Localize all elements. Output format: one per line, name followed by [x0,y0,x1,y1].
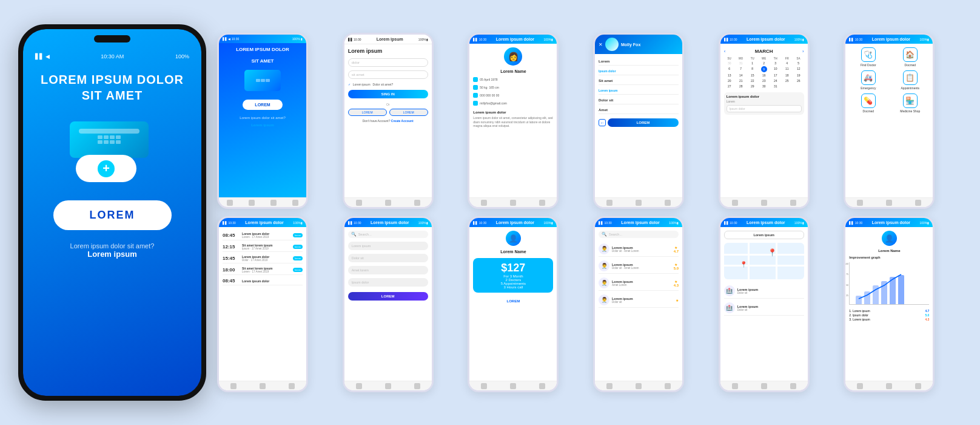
service-emergency[interactable]: 🚑 Emergency [849,70,887,90]
cal-day-8[interactable]: 8 [747,66,758,72]
ph2-input-sitamet[interactable]: sit amet [348,70,428,79]
big-phone-screen: ▋▋ ◀ 10:30 AM 100% LOREM IPSUM DOLOR SIT… [23,29,201,396]
cal-day-21[interactable]: 21 [736,78,747,83]
nav-dot [915,383,921,389]
ph3-email-icon [473,101,478,106]
place-info-2: Lorem ipsum Dolor sit [737,305,759,311]
cal-day-19[interactable]: 19 [793,73,804,78]
cal-day-12[interactable]: 12 [793,66,804,72]
cal-day-7[interactable]: 7 [736,66,747,72]
ph2-create-account-link[interactable]: Create Account [391,119,414,123]
doc-rating-1: 4.7 [674,250,679,253]
service-find-doctor[interactable]: 🩺 Find Doctor [849,47,887,67]
doc-info-2: Lorem ipsum Dolor sit · Amet Lorem [612,263,639,270]
nav-dot [761,383,767,389]
cal-day-4[interactable]: 4 [782,61,793,66]
cal-day-17[interactable]: 17 [770,73,781,78]
ph6-service-grid: 🩺 Find Doctor 🏠 Docmed 🚑 Emergency 📋 App… [849,47,929,113]
chat-item-6: Amet [599,106,679,114]
cal-day-1[interactable]: 1 [747,61,758,66]
doc-info-1: Lorem ipsum Dolor sit · Amet Lorem [612,246,639,253]
apt-sub-2: Ipsum · 17 Amet 2019 [242,247,290,250]
place-info-1: Lorem ipsum Dolor sit [737,288,759,294]
ph2-social-btn1[interactable]: LOREM [348,109,387,116]
apt-badge-4: lorem [293,268,303,272]
cal-day-28[interactable]: 28 [736,84,747,89]
cal-day-15[interactable]: 15 [747,73,758,78]
cal-day-20[interactable]: 20 [724,78,735,83]
cal-day-16[interactable]: 16 [759,73,770,78]
cal-day-25[interactable]: 25 [782,78,793,83]
chat-item-title-1: Lorem [599,59,679,63]
cal-day-3[interactable]: 3 [770,61,781,66]
cal-day-22[interactable]: 22 [747,78,758,83]
cal-day-18[interactable]: 18 [782,73,793,78]
ph1-lorem-button[interactable]: LOREM [243,100,282,110]
nav-dot [790,200,796,206]
service-medicine-shop[interactable]: 🏪 Medicine Shop [891,93,929,113]
ph3-battery: 100%▮ [544,38,554,41]
cal-day-23[interactable]: 23 [759,78,770,83]
ph11-body: Lorem ipsum 📍 📍 🏥 Lorem ipsum Dolor sit [720,227,808,381]
ph5-prev-btn[interactable]: ‹ [724,49,726,54]
cal-day-27[interactable]: 27 [724,84,735,89]
footer-link[interactable]: Lorem ipsum [70,250,155,259]
ph9-lorem-button[interactable]: LOREM [473,297,553,305]
cal-day-6[interactable]: 6 [724,66,735,72]
cal-day-30-prev[interactable]: 30 [724,61,735,66]
big-lorem-button[interactable]: LOREM [53,200,172,230]
nav-dot [385,200,391,206]
big-phone-footer: Lorem ipsum dolor sit amet? Lorem ipsum [70,242,155,259]
ph8-input-2[interactable]: Dolor sit [348,254,428,262]
service-appointments[interactable]: 📋 Appointments [891,70,929,90]
ph5-day-sa: SA [793,57,804,60]
status-signal: ▋▋ ◀ [35,53,50,59]
cal-day-9-today[interactable]: 9 [761,66,767,72]
ph2-signin-button[interactable]: SING IN [348,90,428,98]
apt-sub-3: Dolor · 17 Amet 2019 [242,259,290,262]
cal-day-31[interactable]: 31 [770,84,781,89]
cal-day-30[interactable]: 30 [759,84,770,89]
nav-dot [790,383,796,389]
ph4-lorem-button[interactable]: LOREM [608,118,679,127]
ph2-input-dolor[interactable]: dolor [348,58,428,67]
ph4-back-icon[interactable]: ← [599,119,606,126]
ph8-input-1[interactable]: Lorem ipsum [348,242,428,250]
nav-dot [915,200,921,206]
cal-day-29[interactable]: 29 [747,84,758,89]
ph8-input-4[interactable]: Ipsum dolor [348,278,428,287]
pill-big-icon: + [76,155,136,182]
apt-title-5: Lorem ipsum dolor [242,279,303,283]
cal-day-14[interactable]: 14 [736,73,747,78]
status-time: 10:30 AM [101,53,124,59]
cal-day-26[interactable]: 26 [793,78,804,83]
ph5-next-btn[interactable]: › [802,49,804,54]
ph3-footer [469,197,557,207]
ph2-social-btn2[interactable]: LOREM [389,109,428,116]
service-find-doctor-label: Find Doctor [861,63,876,67]
footer-question: Lorem ipsum dolor sit amet? [70,242,155,250]
ph8-lorem-button[interactable]: LOREM [348,292,428,301]
cal-day-5[interactable]: 5 [793,61,804,66]
cal-day-24[interactable]: 24 [770,78,781,83]
service-docmed2[interactable]: 💊 Docmed [849,93,887,113]
cal-day-13[interactable]: 13 [724,73,735,78]
ph5-event-input[interactable]: Ipsum dolor [727,105,802,112]
ph8-search-row[interactable]: 🔍 Search... [348,231,428,238]
nav-dot [385,383,391,389]
cal-day-11[interactable]: 11 [782,66,793,72]
doc-avatar-3: 👨‍⚕️ [599,277,609,288]
ph1-footer-link[interactable]: Lorem ipsum [223,123,303,127]
cal-day-31-prev[interactable]: 31 [736,61,747,66]
ph8-input-3[interactable]: Amet lorem [348,266,428,274]
ph1-battery: 100% ▮ [292,37,303,41]
chart-y-50: 50 [846,284,848,287]
service-docmed[interactable]: 🏠 Docmed [891,47,929,67]
ph1-footer [219,197,306,207]
cal-day-2[interactable]: 2 [759,61,770,66]
nav-dot-1 [227,200,233,206]
cal-day-10[interactable]: 10 [770,66,781,72]
ph12-chart: 100 75 50 25 [849,262,929,305]
ph4-close-icon[interactable]: ✕ [599,42,603,47]
ph10-search-row[interactable]: 🔍 Search... [599,231,679,238]
